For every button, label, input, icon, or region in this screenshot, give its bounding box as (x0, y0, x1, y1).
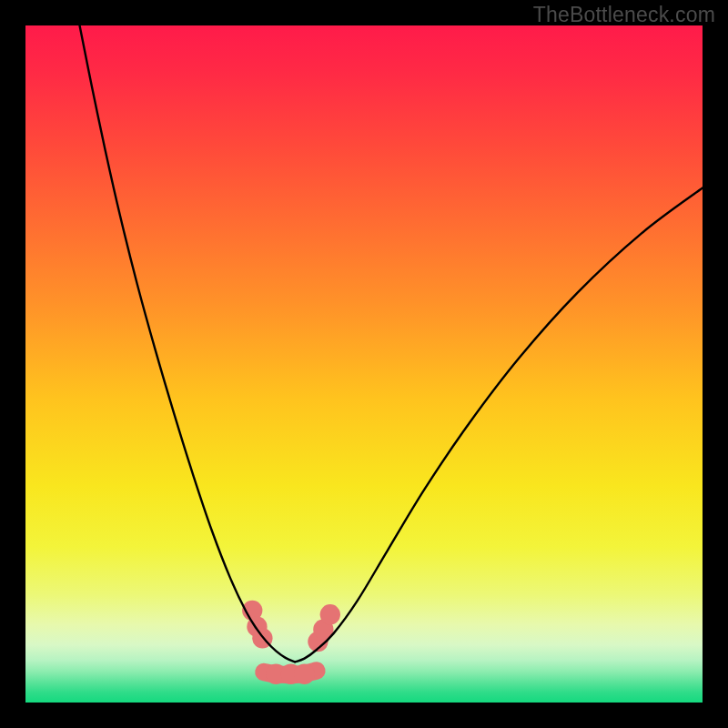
chart-frame: TheBottleneck.com (0, 0, 728, 728)
watermark-label: TheBottleneck.com (533, 3, 715, 27)
curve-layer (25, 25, 703, 703)
trough-dot (320, 604, 340, 624)
trough-dot (294, 664, 314, 684)
right-branch-curve (295, 188, 703, 662)
plot-area (25, 25, 703, 703)
left-branch-curve (80, 25, 296, 662)
